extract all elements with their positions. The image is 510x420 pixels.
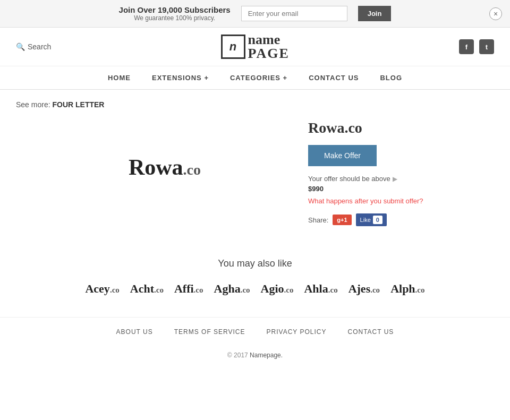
also-like-ext: .co: [370, 286, 380, 294]
domain-image: Rowa.co: [53, 119, 276, 215]
domain-info: Rowa.co Make Offer Your offer should be …: [308, 119, 457, 226]
nav-home[interactable]: HOME: [108, 74, 131, 82]
also-like-ext: .co: [328, 286, 338, 294]
also-like-item[interactable]: Acey.co: [85, 282, 119, 296]
logo-page: PAGE: [248, 47, 290, 61]
also-like-name: Acht: [130, 282, 154, 295]
nav-categories[interactable]: CATEGORIES +: [230, 74, 287, 82]
email-input[interactable]: [241, 6, 347, 21]
twitter-icon[interactable]: t: [479, 39, 494, 54]
also-like-ext: .co: [194, 286, 203, 294]
footer-link-about[interactable]: ABOUT US: [116, 328, 153, 336]
nav-contact[interactable]: CONTACT US: [309, 74, 359, 82]
also-like-name: Ahla: [304, 282, 328, 295]
also-like-name: Affi: [174, 282, 194, 295]
google-plus-button[interactable]: g+1: [333, 215, 351, 225]
also-like-item[interactable]: Alph.co: [390, 282, 424, 296]
footer-link-terms[interactable]: TERMS OF SERVICE: [174, 328, 245, 336]
banner-headline: Join Over 19,000 Subscribers: [119, 5, 231, 14]
arrow-right-icon: ▶: [393, 175, 397, 183]
also-like-name: Acey: [85, 282, 109, 295]
domain-ext-part: .co: [183, 161, 201, 178]
search-icon: 🔍: [16, 42, 25, 51]
logo-icon: n: [221, 35, 245, 59]
make-offer-button[interactable]: Make Offer: [308, 145, 377, 166]
also-like-item[interactable]: Ahla.co: [304, 282, 337, 296]
nav-blog[interactable]: BLOG: [380, 74, 402, 82]
logo-icon-letter: n: [230, 40, 236, 54]
header: 🔍 Search n name PAGE f t: [0, 28, 510, 66]
main-content: See more: FOUR LETTER Rowa.co Rowa.co Ma…: [0, 90, 510, 317]
footer-copy-year: © 2017: [227, 352, 248, 359]
also-like-item[interactable]: Agha.co: [214, 282, 250, 296]
close-banner-button[interactable]: ×: [489, 7, 502, 20]
also-like-title: You may also like: [16, 258, 494, 269]
offer-hint: Your offer should be above ▶: [308, 175, 457, 183]
footer-links: ABOUT USTERMS OF SERVICEPRIVACY POLICYCO…: [0, 317, 510, 346]
fb-count: 0: [373, 216, 382, 224]
domain-title: Rowa.co: [308, 119, 457, 136]
facebook-icon[interactable]: f: [459, 39, 474, 54]
see-more-prefix: See more:: [16, 100, 50, 109]
also-like-name: Ajes: [348, 282, 371, 295]
breadcrumb: See more: FOUR LETTER: [16, 100, 494, 109]
domain-image-name: Rowa.co: [129, 155, 201, 180]
also-like-ext: .co: [154, 286, 164, 294]
also-like-ext: .co: [110, 286, 120, 294]
fb-like-label: Like: [360, 217, 371, 223]
domain-display: Rowa.co Rowa.co Make Offer Your offer sh…: [16, 119, 494, 226]
banner-text: Join Over 19,000 Subscribers We guarante…: [119, 5, 231, 22]
also-like-name: Agha: [214, 282, 241, 295]
also-like-ext: .co: [415, 286, 425, 294]
main-nav: HOME EXTENSIONS + CATEGORIES + CONTACT U…: [0, 66, 510, 90]
logo-name: name: [248, 33, 290, 47]
also-like-ext: .co: [284, 286, 294, 294]
also-like-ext: .co: [241, 286, 250, 294]
footer-link-privacy[interactable]: PRIVACY POLICY: [267, 328, 327, 336]
four-letter-link[interactable]: FOUR LETTER: [52, 100, 104, 109]
nav-extensions[interactable]: EXTENSIONS +: [152, 74, 209, 82]
also-like-item[interactable]: Affi.co: [174, 282, 203, 296]
join-button[interactable]: Join: [358, 6, 392, 21]
domain-content: Rowa.co Rowa.co Make Offer Your offer sh…: [16, 119, 494, 226]
logo-link[interactable]: n name PAGE: [221, 33, 290, 61]
also-like-name: Agio: [261, 282, 284, 295]
also-like-item[interactable]: Ajes.co: [348, 282, 380, 296]
footer-brand-link[interactable]: Namepage.: [250, 352, 283, 359]
domain-name-part: Rowa: [129, 155, 183, 179]
search-area[interactable]: 🔍 Search: [16, 42, 51, 51]
also-like-item[interactable]: Acht.co: [130, 282, 164, 296]
offer-after-link[interactable]: What happens after you submit offer?: [308, 197, 457, 205]
also-like-section: You may also like Acey.coAcht.coAffi.coA…: [16, 242, 494, 306]
footer-link-contact[interactable]: CONTACT US: [347, 328, 394, 336]
share-row: Share: g+1 Like 0: [308, 213, 457, 226]
footer-copy: © 2017 Namepage.: [0, 346, 510, 370]
also-like-grid: Acey.coAcht.coAffi.coAgha.coAgio.coAhla.…: [16, 282, 494, 296]
logo-text: name PAGE: [248, 33, 290, 61]
also-like-item[interactable]: Agio.co: [261, 282, 294, 296]
search-label: Search: [28, 42, 51, 51]
also-like-name: Alph: [390, 282, 415, 295]
top-banner: Join Over 19,000 Subscribers We guarante…: [0, 0, 510, 28]
share-label: Share:: [308, 216, 328, 224]
banner-subtext: We guarantee 100% privacy.: [119, 14, 231, 22]
offer-amount: $990: [308, 185, 457, 193]
offer-hint-text: Your offer should be above: [308, 175, 390, 183]
facebook-like-button[interactable]: Like 0: [356, 213, 387, 226]
social-links: f t: [459, 39, 494, 54]
